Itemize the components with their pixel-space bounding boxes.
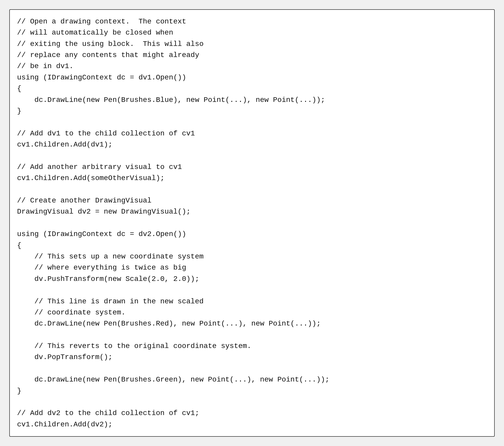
code-block: // Open a drawing context. The context /… <box>9 9 495 437</box>
